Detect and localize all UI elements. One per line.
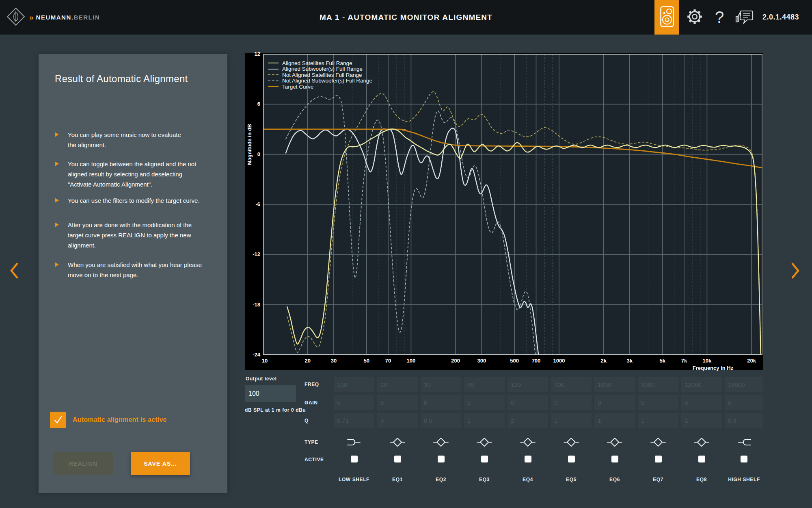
eq-active-checkbox[interactable]: [525, 456, 531, 462]
x-tick-label: 10k: [695, 358, 719, 364]
eq-q-cell[interactable]: 1: [681, 413, 722, 428]
settings-button[interactable]: [685, 0, 704, 35]
instruction-item: After you are done with the modification…: [55, 220, 217, 250]
eq-q-cell[interactable]: 1: [464, 413, 505, 428]
eq-gain-cell[interactable]: 0: [638, 395, 678, 410]
eq-q-cell[interactable]: 2: [508, 413, 548, 428]
eq-gain-cell[interactable]: 0: [594, 395, 635, 410]
instruction-item: You can play some music now to evaluate …: [55, 130, 217, 150]
x-tick-label: 500: [502, 358, 527, 364]
eq-freq-cell[interactable]: 120: [508, 377, 548, 392]
eq-gain-cell[interactable]: 0: [334, 395, 374, 410]
instruction-text: You can toggle between the aligned and t…: [68, 159, 196, 189]
chevron-right-icon: [791, 274, 800, 280]
chart-legend: Aligned Satellites Full RangeAligned Sub…: [268, 60, 372, 90]
bullet-triangle-icon: [55, 198, 59, 203]
eq-active-checkbox[interactable]: [394, 456, 401, 462]
eq-freq-cell[interactable]: 12000: [681, 377, 722, 392]
eq-freq-cell[interactable]: 3000: [638, 377, 678, 392]
eq-active-checkbox[interactable]: [741, 456, 747, 462]
next-page-button[interactable]: [791, 262, 800, 280]
eq-q-cell[interactable]: 1: [638, 413, 678, 428]
x-tick-label: 20k: [739, 358, 764, 364]
brand-name-primary: NEUMANN.: [36, 14, 74, 21]
eq-row-label-gain: GAIN: [304, 400, 317, 406]
top-bar: » NEUMANN. BERLIN MA 1 - AUTOMATIC MONIT…: [0, 0, 812, 35]
eq-gain-cell[interactable]: 0: [681, 395, 722, 410]
eq-q-cell[interactable]: 1: [594, 413, 635, 428]
bullet-triangle-icon: [55, 132, 59, 137]
eq-active-checkbox[interactable]: [698, 456, 705, 462]
eq-q-cell[interactable]: 1: [551, 413, 592, 428]
instruction-text: After you are done with the modification…: [68, 220, 192, 250]
automatic-alignment-checkbox[interactable]: Automatic alignment is active: [50, 412, 167, 428]
x-axis-title: Frequency in Hz: [680, 365, 745, 371]
eq-row-label-freq: FREQ: [304, 382, 319, 387]
eq-q-cell[interactable]: 0.5: [421, 413, 461, 428]
legend-label: Not Aligned Satellites Full Range: [282, 72, 362, 78]
bullet-triangle-icon: [55, 222, 59, 227]
legend-line-sample: [268, 69, 279, 69]
eq-active-checkbox[interactable]: [611, 456, 618, 462]
eq-gain-cell[interactable]: 0: [377, 395, 418, 410]
legend-label: Aligned Satellites Full Range: [282, 60, 352, 66]
x-tick-label: 20: [296, 358, 320, 364]
low-shelf-icon[interactable]: [346, 437, 362, 447]
eq-band-label: EQ2: [419, 477, 463, 482]
eq-freq-cell[interactable]: 300: [551, 377, 592, 392]
eq-freq-cell[interactable]: 20: [377, 377, 418, 392]
eq-freq-cell[interactable]: 30: [421, 377, 461, 392]
feedback-thumb-bubble-icon: [735, 8, 754, 26]
realign-button[interactable]: REALIGN: [54, 452, 113, 475]
checkmark-icon: [53, 415, 63, 425]
y-tick-label: 12: [245, 51, 260, 57]
eq-row-label-q: Q: [304, 418, 309, 423]
bell-icon[interactable]: [520, 437, 536, 447]
chevron-left-icon: [10, 274, 19, 280]
bell-icon[interactable]: [650, 437, 666, 447]
legend-row: Not Aligned Subwoofer(s) Full Range: [268, 78, 372, 84]
gear-icon: [686, 8, 703, 26]
eq-freq-cell[interactable]: 100: [334, 377, 374, 392]
bell-icon[interactable]: [390, 437, 405, 447]
bell-icon[interactable]: [564, 437, 579, 447]
save-as-button[interactable]: SAVE AS...: [131, 452, 190, 475]
feedback-button[interactable]: [733, 0, 756, 35]
y-tick-label: -18: [245, 302, 260, 308]
eq-gain-cell[interactable]: 0: [421, 395, 461, 410]
x-tick-label: 2k: [592, 358, 616, 364]
monitor-setup-button[interactable]: [654, 0, 679, 35]
eq-q-cell[interactable]: 0.3: [725, 413, 763, 428]
eq-gain-cell[interactable]: 0: [725, 395, 763, 410]
bell-icon[interactable]: [607, 437, 622, 447]
eq-active-checkbox[interactable]: [438, 456, 445, 462]
frequency-response-chart: 1260-6-12-18-24 102030507010020030050070…: [245, 53, 763, 370]
eq-active-checkbox[interactable]: [568, 456, 575, 462]
eq-freq-cell[interactable]: 1000: [594, 377, 635, 392]
previous-page-button[interactable]: [10, 262, 19, 280]
eq-active-checkbox[interactable]: [351, 456, 358, 462]
eq-active-checkbox[interactable]: [655, 456, 662, 462]
checkbox-box[interactable]: [50, 412, 66, 428]
eq-q-cell[interactable]: 3: [377, 413, 418, 428]
x-tick-label: 70: [376, 358, 400, 364]
question-mark-icon: ?: [715, 8, 724, 26]
output-level-input[interactable]: [245, 385, 296, 402]
bell-icon[interactable]: [433, 437, 449, 447]
eq-gain-cell[interactable]: 0: [508, 395, 548, 410]
eq-q-cell[interactable]: 0.71: [334, 413, 374, 428]
instruction-text: You can use the filters to modify the ta…: [68, 195, 200, 206]
eq-gain-cell[interactable]: 0: [464, 395, 505, 410]
help-button[interactable]: ?: [711, 0, 728, 35]
x-tick-label: 1000: [547, 358, 571, 364]
bell-icon[interactable]: [477, 437, 492, 447]
high-shelf-icon[interactable]: [736, 437, 752, 447]
eq-gain-cell[interactable]: 0: [551, 395, 592, 410]
bell-icon[interactable]: [694, 437, 709, 447]
eq-active-checkbox[interactable]: [481, 456, 488, 462]
eq-row-label-active: ACTIVE: [304, 457, 324, 462]
eq-freq-cell[interactable]: 80: [464, 377, 505, 392]
neumann-diamond-logo-icon: [6, 7, 25, 28]
bullet-triangle-icon: [55, 262, 59, 267]
eq-freq-cell[interactable]: 16000: [725, 377, 763, 392]
